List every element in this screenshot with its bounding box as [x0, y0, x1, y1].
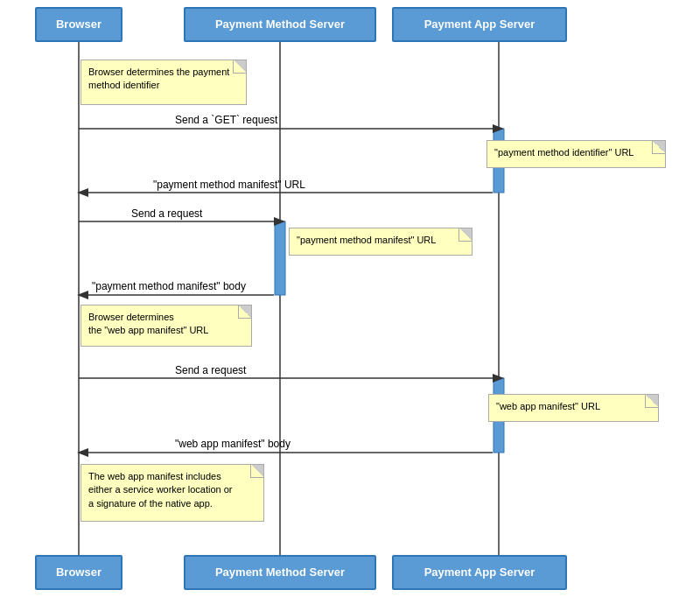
arrow-label-manifest-body: "payment method manifest" body — [92, 280, 246, 292]
note-webapp-manifest-url: "web app manifest" URL — [488, 394, 659, 422]
arrow-label-webapp-body: "web app manifest" body — [175, 438, 290, 450]
svg-marker-13 — [77, 291, 88, 299]
arrow-label-send-request-1: Send a request — [131, 207, 202, 220]
participant-browser-bottom: Browser — [35, 555, 122, 590]
svg-marker-11 — [274, 217, 285, 226]
arrow-label-manifest-url: "payment method manifest" URL — [153, 179, 305, 191]
note-webapp-manifest-includes: The web app manifest includeseither a se… — [80, 464, 264, 522]
note-payment-method-manifest-url: "payment method manifest" URL — [289, 228, 472, 256]
svg-marker-15 — [493, 374, 504, 383]
note-browser-determines: Browser determines the payment method id… — [80, 60, 247, 105]
svg-marker-9 — [77, 188, 88, 197]
note-browser-determines-webapp: Browser determinesthe "web app manifest"… — [80, 305, 252, 347]
arrow-label-send-request-2: Send a request — [175, 364, 246, 376]
sequence-diagram: Browser Payment Method Server Payment Ap… — [0, 0, 700, 611]
participant-browser-top: Browser — [35, 7, 122, 42]
svg-marker-17 — [77, 448, 88, 457]
participant-payment-app-bottom: Payment App Server — [392, 555, 567, 590]
arrow-label-get-request: Send a `GET` request — [175, 114, 277, 126]
note-payment-method-identifier-url: "payment method identifier" URL — [486, 140, 666, 168]
participant-payment-app-top: Payment App Server — [392, 7, 567, 42]
participant-payment-method-top: Payment Method Server — [184, 7, 376, 42]
participant-payment-method-bottom: Payment Method Server — [184, 555, 376, 590]
svg-rect-4 — [275, 221, 285, 295]
svg-marker-7 — [493, 124, 504, 133]
